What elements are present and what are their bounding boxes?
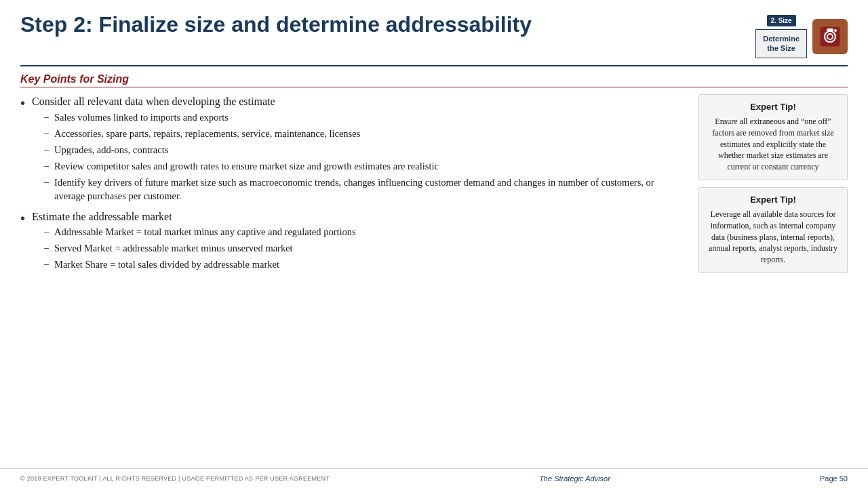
bullet-text-2: Estimate the addressable market: [32, 211, 172, 222]
sub-text-1-3: Upgrades, add-ons, contracts: [54, 143, 168, 157]
expert-tip-box-2: Expert Tip! Leverage all available data …: [698, 187, 848, 273]
sub-list-2: – Addressable Market = total market minu…: [44, 225, 356, 271]
footer: © 2018 EXPERT TOOLKIT | ALL RIGHTS RESER…: [0, 468, 868, 488]
sub-item-1-3: – Upgrades, add-ons, contracts: [44, 143, 686, 157]
bullet-item-2: • Estimate the addressable market – Addr…: [20, 209, 686, 274]
footer-copyright: © 2018 EXPERT TOOLKIT | ALL RIGHTS RESER…: [20, 475, 330, 482]
sub-item-1-2: – Accessories, spare parts, repairs, rep…: [44, 127, 686, 140]
expert-tip-title-2: Expert Tip!: [707, 195, 839, 205]
expert-tip-text-1: Ensure all extraneous and “one off” fact…: [707, 116, 839, 173]
bullet-content-1: Consider all relevant data when developi…: [32, 94, 686, 205]
sub-text-1-1: Sales volumes linked to imports and expo…: [54, 110, 229, 124]
determine-box: Determine the Size: [755, 29, 807, 58]
sub-item-2-3: – Market Share = total sales divided by …: [44, 258, 356, 271]
page-container: Step 2: Finalize size and determine addr…: [0, 0, 868, 488]
svg-point-5: [834, 29, 837, 32]
expert-tip-title-1: Expert Tip!: [707, 102, 839, 112]
sub-item-1-4: – Review competitor sales and growth rat…: [44, 159, 686, 173]
sub-item-1-1: – Sales volumes linked to imports and ex…: [44, 110, 686, 124]
sub-list-1: – Sales volumes linked to imports and ex…: [44, 110, 686, 203]
header-right: 2. Size Determine the Size: [755, 15, 848, 58]
sub-item-2-1: – Addressable Market = total market minu…: [44, 225, 356, 239]
header-area: Step 2: Finalize size and determine addr…: [0, 0, 868, 58]
footer-page: Page 50: [820, 474, 848, 483]
sub-text-2-1: Addressable Market = total market minus …: [54, 225, 356, 239]
page-title: Step 2: Finalize size and determine addr…: [20, 12, 532, 37]
title-underline: [20, 65, 848, 66]
sub-text-2-2: Served Market = addressable market minus…: [54, 241, 293, 255]
key-points-underline: [20, 87, 848, 88]
left-content: • Consider all relevant data when develo…: [20, 94, 686, 278]
svg-rect-4: [827, 28, 833, 31]
right-content: Expert Tip! Ensure all extraneous and “o…: [698, 94, 848, 278]
sub-text-1-5: Identify key drivers of future market si…: [54, 176, 686, 203]
bullet-list: • Consider all relevant data when develo…: [20, 94, 686, 274]
tool-icon-box: [812, 19, 848, 54]
sub-item-1-5: – Identify key drivers of future market …: [44, 176, 686, 203]
footer-brand: The Strategic Advisor: [539, 474, 610, 483]
bullet-content-2: Estimate the addressable market – Addres…: [32, 209, 356, 274]
bullet-item-1: • Consider all relevant data when develo…: [20, 94, 686, 205]
expert-tip-text-2: Leverage all available data sources for …: [707, 209, 839, 266]
determine-label-line2: the Size: [767, 44, 795, 52]
bullet-dot-2: •: [20, 209, 25, 227]
tool-icon: [818, 25, 842, 48]
sub-text-1-2: Accessories, spare parts, repairs, repla…: [54, 127, 360, 140]
main-content: • Consider all relevant data when develo…: [0, 94, 868, 278]
bullet-text-1: Consider all relevant data when developi…: [32, 96, 275, 107]
determine-label-line1: Determine: [763, 35, 800, 43]
bullet-dot-1: •: [20, 94, 25, 112]
sub-text-2-3: Market Share = total sales divided by ad…: [54, 258, 279, 271]
key-points-heading: Key Points for Sizing: [20, 73, 848, 85]
sub-item-2-2: – Served Market = addressable market min…: [44, 241, 356, 255]
sub-text-1-4: Review competitor sales and growth rates…: [54, 159, 439, 173]
expert-tip-box-1: Expert Tip! Ensure all extraneous and “o…: [698, 94, 848, 180]
step-badge: 2. Size: [767, 15, 796, 26]
